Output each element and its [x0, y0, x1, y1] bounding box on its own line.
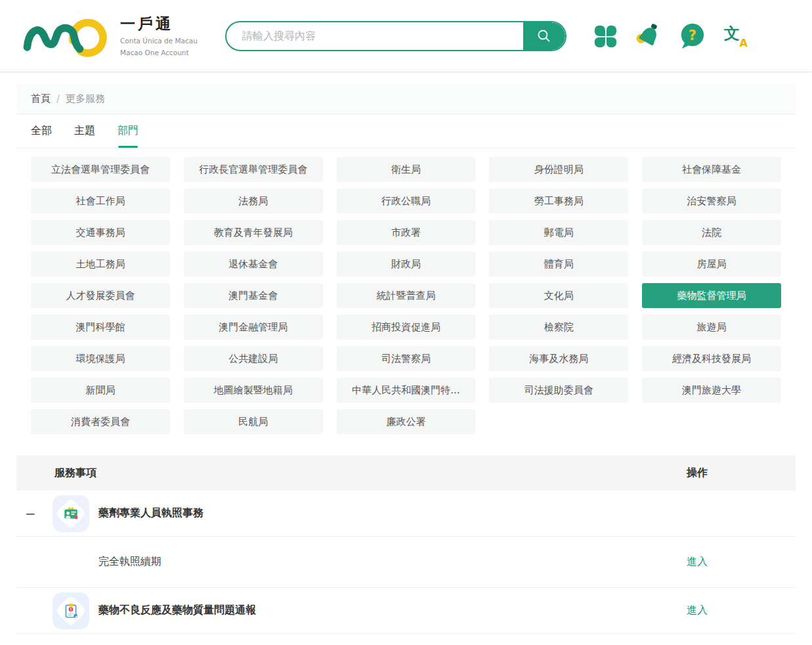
department-button[interactable]: 公共建設局 — [184, 346, 323, 371]
notification-bell-icon — [635, 22, 662, 51]
department-button[interactable]: 統計暨普查局 — [337, 283, 476, 308]
language-zh-glyph: 文 — [724, 23, 740, 44]
department-button[interactable]: 立法會選舉管理委員會 — [31, 157, 170, 182]
department-button[interactable]: 法院 — [642, 220, 781, 245]
enter-service-link[interactable]: 進入 — [687, 555, 708, 567]
header-actions: ? 文 A — [591, 22, 749, 51]
service-column-header: 服務事項 — [54, 466, 96, 480]
department-button[interactable]: 司法援助委員會 — [489, 378, 628, 403]
search-bar — [225, 21, 566, 51]
pharmacist-license-icon — [53, 495, 89, 532]
department-button[interactable]: 澳門科學館 — [31, 315, 170, 340]
action-cell: 進入 — [648, 604, 746, 617]
department-button[interactable]: 新聞局 — [31, 378, 170, 403]
department-button[interactable]: 治安警察局 — [642, 189, 781, 213]
apps-menu-button[interactable] — [591, 22, 619, 51]
department-button[interactable]: 人才發展委員會 — [31, 283, 170, 308]
department-button[interactable]: 土地工務局 — [31, 252, 170, 277]
logo-subtitle-pt: Conta Única de Macau — [120, 36, 198, 46]
department-button-selected[interactable]: 藥物監督管理局 — [642, 283, 781, 308]
breadcrumb-separator: / — [56, 93, 60, 105]
collapse-row-button[interactable]: − — [25, 507, 43, 520]
language-en-glyph: A — [740, 37, 748, 49]
service-item-title: 完全執照續期 — [98, 555, 161, 569]
apps-grid-icon — [593, 24, 618, 49]
department-button[interactable]: 中華人民共和國澳門特... — [337, 378, 476, 403]
department-button[interactable]: 旅遊局 — [642, 315, 781, 340]
top-header: 一戶通 Conta Única de Macau Macao One Accou… — [0, 0, 812, 72]
breadcrumb-current: 更多服務 — [66, 93, 105, 105]
department-button[interactable]: 廉政公署 — [337, 409, 476, 434]
department-button[interactable]: 財政局 — [337, 252, 476, 277]
department-button[interactable]: 法務局 — [184, 189, 323, 213]
drug-report-icon — [53, 592, 89, 629]
mo-logo-icon — [22, 10, 111, 62]
svg-text:?: ? — [689, 27, 696, 43]
department-button[interactable]: 教育及青年發展局 — [184, 220, 323, 245]
help-chat-icon: ? — [678, 22, 706, 51]
logo-text: 一戶通 Conta Única de Macau Macao One Accou… — [120, 14, 198, 57]
service-row: 完全執照續期進入 — [16, 537, 796, 588]
department-button[interactable]: 身份證明局 — [489, 157, 628, 182]
service-group-title: 藥物不良反應及藥物質量問題通報 — [98, 604, 256, 617]
language-switch-button[interactable]: 文 A — [721, 22, 749, 51]
department-button[interactable]: 文化局 — [489, 283, 628, 308]
service-table-body: − 藥劑專業人員執照事務完全執照續期進入 藥物不良反應及藥物質量問題通報進入 — [16, 491, 796, 634]
department-button[interactable]: 澳門旅遊大學 — [642, 378, 781, 403]
department-button[interactable]: 社會工作局 — [31, 189, 170, 213]
help-button[interactable]: ? — [678, 22, 706, 51]
macao-one-account-logo[interactable]: 一戶通 Conta Única de Macau Macao One Accou… — [22, 10, 198, 62]
department-button[interactable]: 交通事務局 — [31, 220, 170, 245]
department-button[interactable]: 地圖繪製暨地籍局 — [184, 378, 323, 403]
logo-title: 一戶通 — [120, 14, 198, 34]
department-button[interactable]: 勞工事務局 — [489, 189, 628, 213]
department-button[interactable]: 環境保護局 — [31, 346, 170, 371]
department-button[interactable]: 行政公職局 — [337, 189, 476, 213]
department-button[interactable]: 檢察院 — [489, 315, 628, 340]
department-button[interactable]: 社會保障基金 — [642, 157, 781, 182]
department-button[interactable]: 行政長官選舉管理委員會 — [184, 157, 323, 182]
service-table-panel: 服務事項 操作 − 藥劑專業人員執照事務完全執照續期進入 藥物不良反應及藥物質量… — [16, 455, 796, 634]
service-row: 藥物不良反應及藥物質量問題通報進入 — [16, 588, 796, 634]
notifications-button[interactable] — [635, 22, 662, 51]
department-button[interactable]: 海事及水務局 — [489, 346, 628, 371]
department-button[interactable]: 澳門金融管理局 — [184, 315, 323, 340]
department-button[interactable]: 招商投資促進局 — [337, 315, 476, 340]
department-button[interactable]: 郵電局 — [489, 220, 628, 245]
breadcrumb-home-link[interactable]: 首頁 — [31, 93, 51, 105]
department-button[interactable]: 司法警察局 — [337, 346, 476, 371]
service-group-title: 藥劑專業人員執照事務 — [98, 506, 203, 520]
department-button[interactable]: 民航局 — [184, 409, 323, 434]
search-input[interactable] — [226, 22, 523, 50]
service-row: − 藥劑專業人員執照事務 — [16, 491, 796, 537]
search-icon — [536, 28, 553, 45]
services-filter-panel: 首頁 / 更多服務 全部 主題 部門 立法會選舉管理委員會行政長官選舉管理委員會… — [16, 84, 796, 444]
department-button[interactable]: 消費者委員會 — [31, 409, 170, 434]
breadcrumb: 首頁 / 更多服務 — [16, 84, 796, 114]
service-table-header: 服務事項 操作 — [16, 455, 796, 491]
department-grid: 立法會選舉管理委員會行政長官選舉管理委員會衛生局身份證明局社會保障基金社會工作局… — [16, 148, 796, 444]
department-button[interactable]: 房屋局 — [642, 252, 781, 277]
department-button[interactable]: 衛生局 — [337, 157, 476, 182]
department-button[interactable]: 體育局 — [489, 252, 628, 277]
enter-service-link[interactable]: 進入 — [687, 604, 708, 616]
search-button[interactable] — [523, 22, 565, 50]
department-button[interactable]: 經濟及科技發展局 — [642, 346, 781, 371]
tab-topics[interactable]: 主題 — [74, 114, 95, 148]
language-switch-icon: 文 A — [723, 23, 748, 49]
department-button[interactable]: 澳門基金會 — [184, 283, 323, 308]
department-button[interactable]: 市政署 — [337, 220, 476, 245]
tab-departments[interactable]: 部門 — [118, 114, 139, 148]
department-button[interactable]: 退休基金會 — [184, 252, 323, 277]
action-cell: 進入 — [648, 555, 746, 569]
action-column-header: 操作 — [648, 466, 746, 480]
filter-tabs: 全部 主題 部門 — [16, 114, 796, 148]
logo-subtitle-en: Macao One Account — [120, 48, 198, 58]
tab-all[interactable]: 全部 — [31, 114, 52, 148]
